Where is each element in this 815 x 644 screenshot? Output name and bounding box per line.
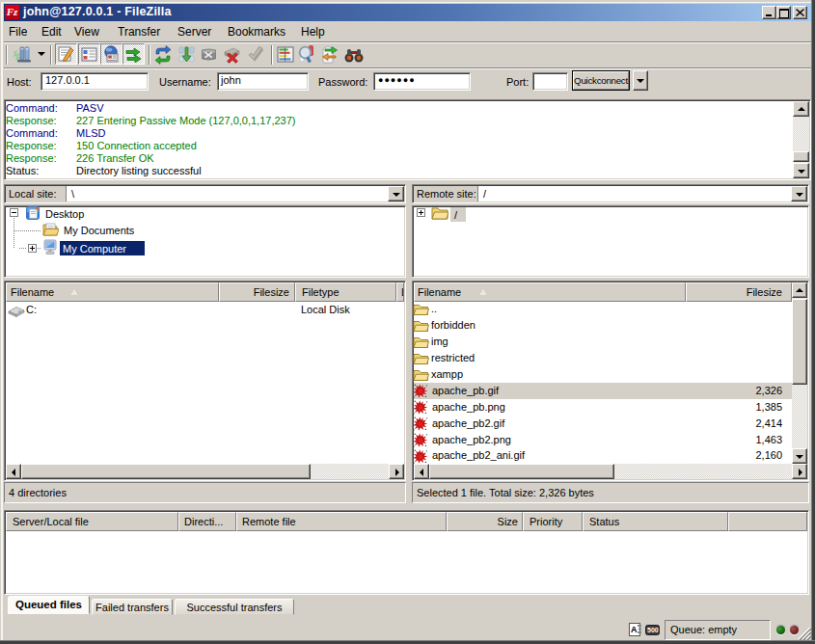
svg-text:A: A bbox=[631, 625, 638, 634]
svg-text:500: 500 bbox=[647, 627, 659, 633]
